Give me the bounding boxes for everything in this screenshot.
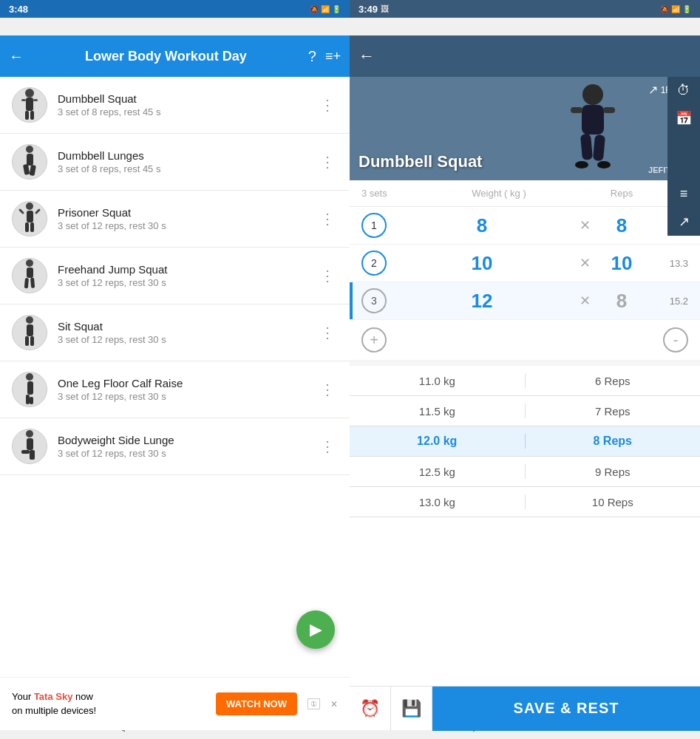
set-reps-1[interactable]: 8 (592, 214, 651, 237)
add-exercise-button[interactable]: ≡+ (325, 49, 341, 64)
save-rest-button[interactable]: SAVE & REST (432, 687, 700, 731)
exercise-detail: 3 set of 12 reps, rest 30 s (58, 220, 307, 231)
picker-row-selected[interactable]: 12.0 kg 8 Reps (350, 426, 700, 457)
picker-reps-5[interactable]: 10 Reps (526, 496, 701, 508)
svg-line-13 (36, 210, 39, 213)
list-item[interactable]: One Leg Floor Calf Raise 3 set of 12 rep… (0, 361, 350, 418)
left-status-bar: 3:48 🔕 📶 🔋 (0, 0, 350, 18)
exercise-menu-icon[interactable]: ⋮ (317, 435, 338, 458)
set-rm-3: 15.2 (651, 296, 688, 307)
left-panel: ← Lower Body Workout Day ? ≡+ (0, 35, 350, 730)
trend-icon[interactable]: ↗ (679, 214, 690, 230)
right-time: 3:49 (359, 4, 378, 15)
set-x-1: ✕ (577, 217, 592, 234)
set-row-3[interactable]: 3 12 ✕ 8 15.2 (350, 282, 700, 320)
svg-point-20 (26, 316, 33, 324)
svg-rect-2 (21, 99, 26, 101)
picker-reps-1[interactable]: 6 Reps (526, 375, 701, 387)
picker-row-1[interactable]: 11.0 kg 6 Reps (350, 366, 700, 396)
svg-rect-11 (27, 211, 33, 222)
svg-point-38 (575, 161, 588, 168)
svg-point-0 (25, 89, 34, 98)
remove-set-button[interactable]: - (663, 327, 688, 353)
picker-row-2[interactable]: 11.5 kg 7 Reps (350, 396, 700, 426)
play-button[interactable]: ▶ (296, 610, 335, 649)
right-status-image-icon: 🖼 (381, 4, 389, 13)
set-row-1[interactable]: 1 8 ✕ 8 10.1 (350, 207, 700, 245)
sets-table: 3 sets Weight ( kg ) Reps 1RM 1 8 ✕ 8 10… (350, 180, 700, 360)
back-button-left[interactable]: ← (9, 48, 24, 65)
exercise-menu-icon[interactable]: ⋮ (317, 150, 338, 174)
set-row-2[interactable]: 2 10 ✕ 10 13.3 (350, 245, 700, 282)
exercise-list: Dumbbell Squat 3 set of 8 reps, rest 45 … (0, 77, 350, 677)
svg-rect-35 (603, 107, 615, 113)
exercise-menu-icon[interactable]: ⋮ (317, 93, 338, 117)
svg-rect-22 (25, 336, 29, 346)
list-item[interactable]: Sit Squat 3 set of 12 reps, rest 30 s ⋮ (0, 304, 350, 361)
left-header: ← Lower Body Workout Day ? ≡+ (0, 35, 350, 77)
set-reps-3[interactable]: 8 (592, 290, 651, 313)
svg-rect-21 (27, 324, 33, 336)
add-set-button[interactable]: + (361, 327, 387, 353)
exercise-banner: Dumbbell Squat JEFIT ↗ 1RM:0.0 (350, 77, 700, 180)
svg-rect-37 (593, 134, 605, 161)
picker-weight-2[interactable]: 11.5 kg (350, 405, 525, 418)
timer-button[interactable]: ⏰ (350, 687, 391, 731)
chart-icon[interactable]: ↗ (648, 83, 658, 97)
back-button-right[interactable]: ← (359, 47, 375, 66)
svg-line-12 (20, 210, 23, 213)
svg-rect-33 (582, 105, 604, 134)
exercise-menu-icon[interactable]: ⋮ (317, 207, 338, 231)
col-weight-label: Weight ( kg ) (406, 188, 592, 199)
workout-title: Lower Body Workout Day (33, 49, 299, 64)
alarm-icon: ⏰ (360, 699, 380, 718)
picker-weight-selected[interactable]: 12.0 kg (350, 435, 525, 448)
exercise-detail: 3 set of 12 reps, rest 30 s (58, 277, 307, 288)
ad-close-icon[interactable]: ✕ (330, 699, 338, 709)
picker-reps-selected[interactable]: 8 Reps (526, 435, 701, 448)
picker-weight-1[interactable]: 11.0 kg (350, 375, 525, 387)
list-item[interactable]: Prisoner Squat 3 set of 12 reps, rest 30… (0, 191, 350, 248)
svg-rect-30 (21, 450, 30, 454)
exercise-info: One Leg Floor Calf Raise 3 set of 12 rep… (58, 377, 307, 402)
svg-point-28 (26, 430, 33, 437)
help-button[interactable]: ? (308, 48, 316, 65)
notes-icon[interactable]: ≡ (680, 186, 688, 202)
active-indicator (350, 282, 353, 319)
set-weight-3[interactable]: 12 (387, 290, 577, 313)
avatar (12, 372, 47, 407)
list-item[interactable]: Dumbbell Squat 3 set of 8 reps, rest 45 … (0, 77, 350, 134)
picker-row-5[interactable]: 13.0 kg 10 Reps (350, 487, 700, 517)
list-item[interactable]: Freehand Jump Squat 3 set of 12 reps, re… (0, 248, 350, 304)
exercise-info: Prisoner Squat 3 set of 12 reps, rest 30… (58, 206, 307, 231)
list-item[interactable]: Dumbbell Lunges 3 set of 8 reps, rest 45… (0, 134, 350, 191)
exercise-name: Dumbbell Squat (58, 92, 307, 105)
exercise-menu-icon[interactable]: ⋮ (317, 321, 338, 344)
set-weight-2[interactable]: 10 (387, 252, 577, 275)
timer-settings-icon[interactable]: ⏱ (677, 83, 690, 98)
watch-now-button[interactable]: WATCH NOW (216, 692, 297, 715)
picker-weight-4[interactable]: 12.5 kg (350, 466, 525, 478)
calendar-icon[interactable]: 📅 (676, 110, 692, 126)
save-log-button[interactable]: 💾 (391, 687, 432, 731)
set-reps-2[interactable]: 10 (592, 252, 651, 275)
picker-reps-4[interactable]: 9 Reps (526, 466, 701, 478)
set-rm-2: 13.3 (651, 258, 688, 269)
svg-rect-14 (25, 222, 29, 232)
svg-rect-1 (26, 98, 33, 111)
picker-reps-2[interactable]: 7 Reps (526, 405, 701, 418)
exercise-menu-icon[interactable]: ⋮ (317, 264, 338, 287)
ad-text: Your Tata Sky nowon multiple devices! (12, 690, 208, 717)
picker-weight-5[interactable]: 13.0 kg (350, 496, 525, 508)
right-sidebar: ≡ ↗ (667, 180, 700, 236)
picker-row-4[interactable]: 12.5 kg 9 Reps (350, 457, 700, 487)
sets-header: 3 sets Weight ( kg ) Reps 1RM (350, 180, 700, 207)
ad-banner: Your Tata Sky nowon multiple devices! WA… (0, 677, 350, 730)
exercise-menu-icon[interactable]: ⋮ (317, 378, 338, 401)
list-item[interactable]: Bodyweight Side Lunge 3 set of 12 reps, … (0, 418, 350, 475)
svg-point-10 (26, 202, 33, 210)
ad-info-icon[interactable]: ① (307, 698, 320, 709)
set-weight-1[interactable]: 8 (387, 214, 577, 237)
svg-rect-34 (571, 107, 582, 113)
svg-rect-23 (30, 336, 34, 346)
